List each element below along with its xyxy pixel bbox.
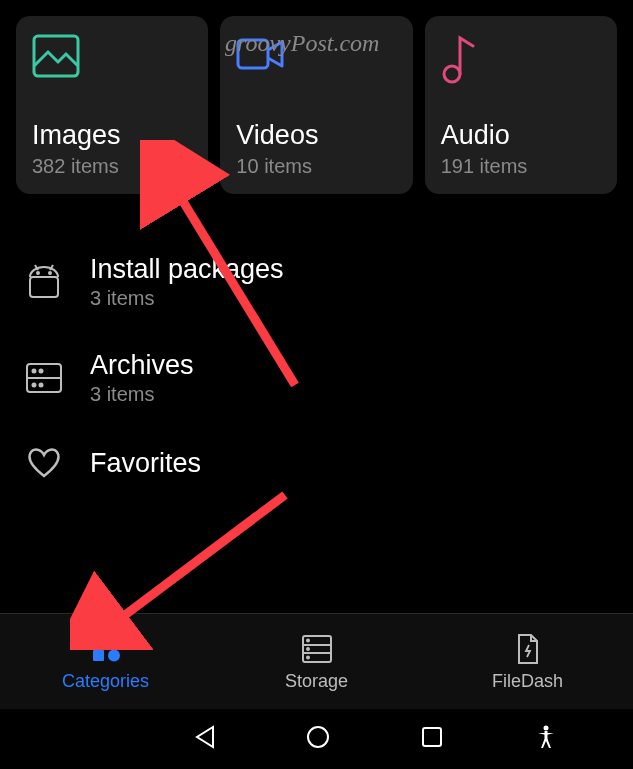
android-icon xyxy=(24,263,64,301)
audio-icon xyxy=(441,34,601,90)
videos-title: Videos xyxy=(236,120,396,151)
install-packages-row[interactable]: Install packages 3 items xyxy=(16,234,617,330)
nav-storage[interactable]: Storage xyxy=(211,614,422,709)
svg-point-6 xyxy=(49,272,51,274)
recent-button[interactable] xyxy=(419,724,445,754)
nav-categories[interactable]: Categories xyxy=(0,614,211,709)
svg-rect-26 xyxy=(545,731,548,740)
audio-title: Audio xyxy=(441,120,601,151)
archives-row[interactable]: Archives 3 items xyxy=(16,330,617,426)
audio-count: 191 items xyxy=(441,155,601,178)
audio-card[interactable]: Audio 191 items xyxy=(425,16,617,194)
main-content: Images 382 items Videos 10 items Audio 1 xyxy=(0,0,633,500)
back-button[interactable] xyxy=(192,724,218,754)
nav-filedash-label: FileDash xyxy=(492,671,563,692)
svg-point-15 xyxy=(108,649,120,661)
home-button[interactable] xyxy=(305,724,331,754)
svg-rect-24 xyxy=(423,728,441,746)
svg-line-30 xyxy=(105,495,285,630)
svg-point-12 xyxy=(40,384,43,387)
svg-point-10 xyxy=(40,370,43,373)
videos-card[interactable]: Videos 10 items xyxy=(220,16,412,194)
images-card[interactable]: Images 382 items xyxy=(16,16,208,194)
videos-count: 10 items xyxy=(236,155,396,178)
list-text: Install packages 3 items xyxy=(90,254,284,310)
svg-rect-1 xyxy=(238,40,268,68)
install-packages-title: Install packages xyxy=(90,254,284,285)
favorites-title: Favorites xyxy=(90,448,201,479)
nav-storage-label: Storage xyxy=(285,671,348,692)
heart-icon xyxy=(24,446,64,480)
svg-point-2 xyxy=(444,66,460,82)
svg-point-19 xyxy=(307,639,309,641)
bottom-nav: Categories Storage FileDash xyxy=(0,613,633,709)
nav-filedash[interactable]: FileDash xyxy=(422,614,633,709)
nav-categories-label: Categories xyxy=(62,671,149,692)
accessibility-button[interactable] xyxy=(533,724,559,754)
svg-point-9 xyxy=(33,370,36,373)
svg-point-25 xyxy=(544,726,549,731)
favorites-row[interactable]: Favorites xyxy=(16,426,617,500)
category-cards: Images 382 items Videos 10 items Audio 1 xyxy=(16,16,617,194)
svg-point-11 xyxy=(33,384,36,387)
android-system-nav xyxy=(0,709,633,769)
svg-rect-0 xyxy=(34,36,78,76)
svg-point-20 xyxy=(307,648,309,650)
svg-rect-14 xyxy=(93,650,104,661)
images-icon xyxy=(32,34,192,90)
svg-marker-13 xyxy=(98,634,114,646)
archives-icon xyxy=(24,362,64,394)
list-text: Archives 3 items xyxy=(90,350,194,406)
svg-point-5 xyxy=(37,272,39,274)
images-count: 382 items xyxy=(32,155,192,178)
images-title: Images xyxy=(32,120,192,151)
svg-marker-22 xyxy=(197,727,213,747)
archives-count: 3 items xyxy=(90,383,194,406)
install-packages-count: 3 items xyxy=(90,287,284,310)
svg-point-23 xyxy=(308,727,328,747)
videos-icon xyxy=(236,34,396,90)
archives-title: Archives xyxy=(90,350,194,381)
list-text: Favorites xyxy=(90,448,201,479)
svg-point-21 xyxy=(307,656,309,658)
